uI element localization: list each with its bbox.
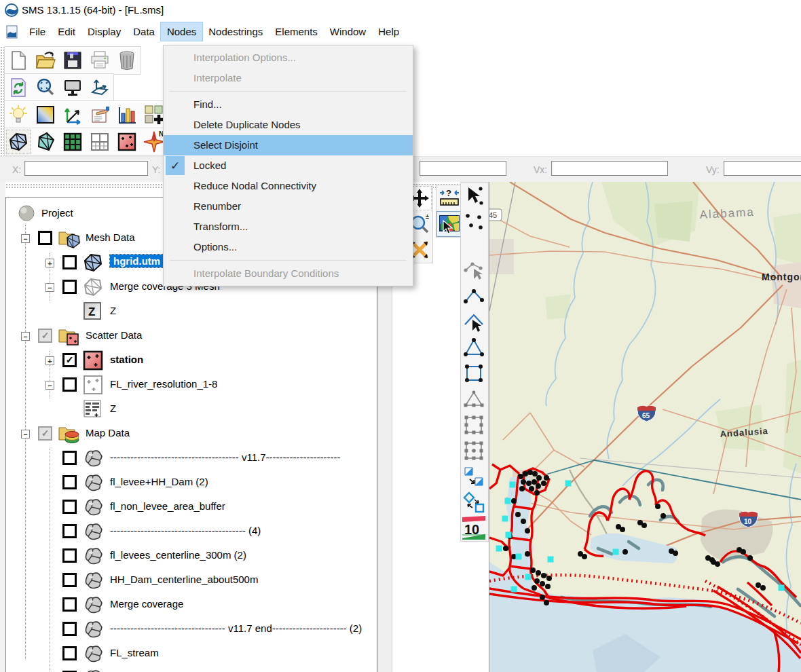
menubar-item-elements[interactable]: Elements [269, 22, 324, 41]
lightbulb-icon[interactable] [5, 102, 31, 128]
tree-checkbox-unchecked[interactable] [38, 231, 52, 245]
linear-triangle-tool-icon[interactable] [461, 386, 487, 412]
tree-item-label[interactable]: ---------------------------------- v11.7… [110, 622, 362, 634]
swap-edge-tool-icon[interactable] [461, 464, 487, 489]
tree-checkbox-unchecked[interactable] [62, 475, 77, 489]
tree-expander-minus[interactable]: − [45, 283, 54, 292]
new-file-icon[interactable] [5, 48, 31, 73]
tree-item-label[interactable]: Scatter Data [86, 329, 142, 341]
tree-item-label[interactable]: fl_levee+HH_Dam (2) [110, 476, 208, 487]
save-icon[interactable] [60, 48, 86, 73]
menu-item-reduce-nodal-connectivity[interactable]: Reduce Nodal Connectivity [164, 176, 413, 196]
tree-checkbox-gray-checked[interactable]: ✓ [38, 426, 52, 441]
tree-checkbox-gray-checked[interactable]: ✓ [38, 329, 52, 343]
display-properties-icon[interactable] [87, 102, 113, 128]
contour-ramp-icon[interactable] [33, 102, 58, 128]
tree-checkbox-unchecked[interactable] [62, 524, 77, 538]
nine-node-quad-tool-icon[interactable] [461, 438, 487, 464]
menu-item-renumber[interactable]: Renumber [164, 196, 413, 217]
mesh-2d-icon[interactable] [33, 129, 58, 155]
tree-row[interactable]: Z [6, 397, 377, 422]
menubar-item-window[interactable]: Window [324, 22, 372, 41]
mesh-module-icon[interactable] [5, 129, 31, 155]
menu-item-interpolate[interactable]: Interpolate [164, 68, 413, 88]
tree-item-label[interactable]: Z [110, 305, 116, 316]
tree-row[interactable]: fl_levee+HH_Dam (2) [6, 470, 377, 495]
tree-checkbox-unchecked[interactable] [62, 255, 77, 269]
menu-item-delete-duplicate-nodes[interactable]: Delete Duplicate Nodes [164, 115, 413, 135]
tree-checkbox-checked[interactable]: ✓ [62, 353, 77, 367]
tree-row[interactable]: ZZ [6, 299, 377, 324]
tree-row[interactable]: HH_Dam_centerline_about500m [6, 568, 377, 593]
scalar-value-tool-icon[interactable]: 10 [461, 515, 487, 541]
tree-checkbox-unchecked[interactable] [62, 451, 77, 465]
tree-item-label[interactable]: ----------------------------------------… [110, 525, 261, 536]
tree-expander-minus[interactable]: − [21, 332, 30, 341]
tree-row[interactable]: −FL_river_resolution_1-8 [6, 373, 377, 397]
menubar-item-help[interactable]: Help [372, 22, 405, 41]
select-vertex-tool-icon[interactable] [461, 257, 487, 283]
open-file-icon[interactable] [33, 48, 58, 73]
select-arc-tool-icon[interactable] [461, 309, 487, 335]
tree-row[interactable]: -------------------------------------- v… [6, 446, 377, 470]
vectors-icon[interactable] [60, 102, 86, 128]
quadratic-quad-tool-icon[interactable] [461, 412, 487, 438]
tree-row[interactable]: ----------------------------------------… [6, 519, 377, 544]
tree-row[interactable]: −✓Map Data [6, 422, 377, 446]
tree-expander-minus[interactable]: − [21, 430, 30, 438]
tree-expander-minus[interactable]: − [45, 381, 54, 390]
tree-checkbox-unchecked[interactable] [62, 646, 77, 660]
tree-row[interactable]: +✓station [6, 348, 377, 373]
tree-item-label[interactable]: fl_non_levee_area_buffer [110, 500, 225, 512]
delete-icon[interactable] [114, 48, 140, 73]
menubar-item-file[interactable]: File [23, 22, 52, 41]
tree-item-label[interactable]: FL_river_resolution_1-8 [110, 378, 217, 390]
select-point-tool-icon[interactable] [461, 183, 487, 208]
tree-item-label[interactable]: station [110, 354, 143, 365]
tree-row[interactable]: fl_levees_centerline_300m (2) [6, 544, 377, 568]
tree-item-label[interactable]: Z [110, 403, 116, 414]
tree-expander-plus[interactable]: + [45, 259, 54, 267]
tree-row[interactable]: −✓Scatter Data [6, 324, 377, 348]
frame-image-icon[interactable] [33, 75, 58, 100]
tree-row[interactable]: Merge coverage [6, 593, 377, 617]
map-viewport[interactable]: Alabama Montgom Andalusia 45 65 10 [489, 182, 801, 672]
tree-expander-minus[interactable]: − [21, 234, 30, 243]
vx-input[interactable] [551, 161, 668, 176]
tree-row[interactable] [6, 666, 377, 672]
scatter-module-icon[interactable] [114, 129, 140, 155]
tree-item-label[interactable]: HH_Dam_centerline_about500m [110, 574, 258, 585]
tree-row[interactable]: fl_non_levee_area_buffer [6, 495, 377, 519]
tree-checkbox-unchecked[interactable] [62, 280, 77, 294]
menu-item-locked[interactable]: ✓Locked [164, 155, 413, 176]
view-orientation-icon[interactable] [87, 75, 113, 100]
tree-item-label[interactable]: Merge coverage [110, 598, 183, 610]
menu-item-select-disjoint[interactable]: Select Disjoint [164, 135, 413, 155]
menubar-item-display[interactable]: Display [81, 22, 127, 41]
tree-checkbox-unchecked[interactable] [62, 377, 77, 392]
menu-item-interpolation-options[interactable]: Interpolation Options... [164, 48, 413, 68]
menu-item-find[interactable]: Find... [164, 94, 413, 115]
print-icon[interactable] [87, 48, 113, 73]
quadtree-icon[interactable] [87, 129, 113, 155]
x-input[interactable] [24, 161, 148, 176]
menu-item-transform[interactable]: Transform... [164, 217, 413, 237]
tree-item-label[interactable]: Mesh Data [86, 231, 135, 243]
tree-checkbox-unchecked[interactable] [62, 500, 77, 514]
tree-item-label[interactable]: Project [41, 207, 73, 219]
refresh-icon[interactable] [5, 75, 31, 100]
menu-item-interpolate-boundary-conditions[interactable]: Interpolate Boundary Conditions [164, 263, 413, 284]
vy-input[interactable] [724, 161, 801, 176]
tree-item-label[interactable]: fl_levees_centerline_300m (2) [110, 549, 246, 561]
merge-split-tool-icon[interactable] [461, 489, 487, 515]
tree-item-label[interactable]: Map Data [86, 427, 130, 438]
tree-row[interactable]: FL_stream [6, 641, 377, 666]
display-options-icon[interactable] [60, 75, 86, 100]
create-arc-tool-icon[interactable] [461, 283, 487, 309]
create-triangle-element-tool-icon[interactable] [461, 335, 487, 360]
tree-item-label[interactable]: hgrid.utm [110, 255, 164, 267]
tree-item-label[interactable]: -------------------------------------- v… [110, 451, 340, 463]
tree-item-label[interactable]: FL_stream [110, 647, 159, 658]
tree-checkbox-unchecked[interactable] [62, 597, 77, 612]
create-quad-element-tool-icon[interactable] [461, 360, 487, 386]
